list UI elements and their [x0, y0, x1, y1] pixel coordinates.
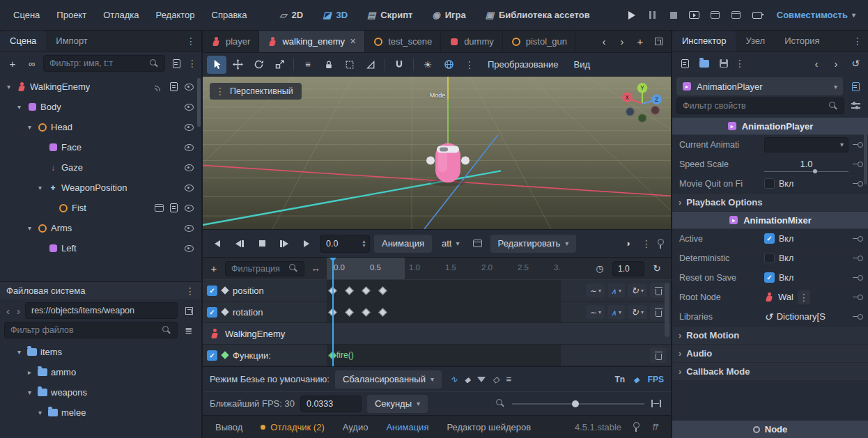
section-animationmixer[interactable]: AnimationMixer [672, 212, 868, 229]
add-node-button[interactable] [4, 55, 21, 72]
selection-list-button[interactable] [298, 56, 318, 74]
tab-import[interactable]: Импорт [46, 31, 97, 51]
loop-wrap-dropdown[interactable]: ▾ [628, 305, 647, 319]
debugger-panel-button[interactable]: Отладчик (2) [261, 422, 324, 432]
animation-length-box[interactable] [612, 261, 644, 276]
file-filter-input[interactable] [10, 325, 158, 335]
snap-step-box[interactable] [300, 396, 362, 412]
snap-unit-dropdown[interactable]: Секунды▾ [367, 395, 428, 413]
scene-tree-menu-icon[interactable] [187, 58, 197, 69]
track-keyframes[interactable] [327, 302, 561, 322]
pin-panel-icon[interactable] [657, 239, 664, 249]
preview-sun-button[interactable] [418, 56, 437, 74]
tree-row-face[interactable]: Face [0, 137, 201, 157]
shader-editor-panel-button[interactable]: Редактор шейдеров [447, 422, 531, 432]
menu-scene[interactable]: Сцена [6, 6, 47, 24]
track-enabled-checkbox[interactable] [207, 286, 217, 296]
folder-row-items[interactable]: items [0, 342, 201, 362]
scene-filter[interactable] [43, 55, 165, 72]
track-list-icon[interactable] [506, 374, 512, 384]
script-icon[interactable] [170, 82, 178, 91]
view-axis-gizmo[interactable]: Y X Z [619, 81, 665, 127]
play-remote-button[interactable] [686, 7, 703, 24]
tab-inspector[interactable]: Инспектор [672, 31, 736, 51]
folder-row-weapons[interactable]: weapons [0, 382, 201, 402]
selected-keys-icon[interactable] [465, 374, 470, 384]
filter-tracks-icon[interactable] [477, 377, 486, 382]
instance-scene-button[interactable] [24, 55, 40, 72]
script-icon[interactable] [170, 203, 178, 212]
group-callback-mode[interactable]: Callback Mode [672, 363, 868, 381]
dock-menu-icon[interactable] [847, 36, 868, 47]
visibility-eye-icon[interactable] [184, 244, 194, 253]
tree-row-body[interactable]: Body [0, 97, 201, 117]
collapse-arrow-icon[interactable] [4, 83, 13, 91]
resource-recycle-icon[interactable] [764, 311, 773, 322]
group-audio[interactable]: Audio [672, 345, 868, 363]
stop-button[interactable] [665, 7, 682, 24]
folder-row-ammo[interactable]: ammo [0, 362, 201, 382]
tree-row-fist[interactable]: Fist [0, 198, 201, 218]
move-tool-button[interactable] [228, 56, 247, 74]
snap-step-input[interactable] [307, 399, 355, 409]
onion-skinning-button[interactable] [619, 235, 636, 252]
animation-length-input[interactable] [618, 264, 639, 274]
dock-menu-icon[interactable] [180, 36, 201, 47]
menu-debug[interactable]: Отладка [95, 6, 146, 24]
deterministic-checkbox[interactable] [764, 253, 775, 263]
menu-help[interactable]: Справка [204, 6, 255, 24]
transition-icon[interactable]: Tn [615, 375, 626, 384]
pause-button[interactable] [644, 7, 661, 24]
group-playback-options[interactable]: Playback Options [672, 194, 868, 212]
workspace-2d[interactable]: 2D [272, 6, 312, 24]
tree-row-head[interactable]: Head [0, 117, 201, 137]
loop-toggle-button[interactable] [649, 260, 665, 277]
scene-tab-test-scene[interactable]: test_scene [365, 31, 441, 52]
scroll-tabs-right-button[interactable] [614, 33, 630, 50]
tab-node[interactable]: Узел [736, 31, 775, 51]
root-node-options-icon[interactable] [798, 290, 810, 304]
projection-selector[interactable]: Перспективный [210, 83, 302, 100]
expand-bottom-panel-icon[interactable] [651, 422, 658, 432]
sort-files-button[interactable] [180, 322, 197, 338]
toggle-split-button[interactable] [180, 302, 197, 319]
collapse-arrow-icon[interactable] [15, 348, 24, 356]
zoom-slider[interactable] [512, 399, 644, 409]
track-header[interactable]: position [203, 280, 327, 301]
track-header[interactable]: Функции: [203, 345, 327, 366]
keyframe-diamond[interactable] [345, 308, 354, 317]
insert-key-icon[interactable] [853, 160, 864, 169]
animation-library-dropdown[interactable]: att▾ [436, 235, 465, 253]
filesystem-menu-icon[interactable] [185, 286, 195, 297]
add-key-icon[interactable] [633, 374, 639, 384]
play-backwards-button[interactable] [231, 235, 249, 252]
update-mode-dropdown[interactable]: ▾ [586, 283, 605, 297]
scene-tab-walking-enemy[interactable]: walking_enemy [259, 31, 365, 52]
select-tool-button[interactable] [207, 56, 226, 74]
slider-handle[interactable] [572, 400, 579, 407]
new-resource-button[interactable] [676, 55, 693, 72]
property-filter-input[interactable] [683, 101, 825, 111]
tab-history[interactable]: История [775, 31, 829, 51]
spinbox-arrows-icon[interactable]: ▲▼ [362, 240, 366, 248]
output-panel-button[interactable]: Вывод [215, 422, 242, 432]
add-track-button[interactable] [206, 260, 222, 277]
bezier-mode-dropdown[interactable]: Сбалансированный▾ [335, 370, 442, 389]
scene-tree-scrollbar[interactable] [197, 78, 201, 127]
play-forwards-button[interactable] [275, 235, 293, 252]
reset-on-save-checkbox[interactable] [764, 272, 775, 283]
tree-row-gaze[interactable]: Gaze [0, 157, 201, 178]
instance-icon[interactable] [155, 204, 164, 212]
play-button[interactable] [623, 7, 640, 24]
movie-quit-checkbox[interactable] [764, 178, 775, 189]
property-filter[interactable] [676, 97, 844, 114]
play-custom-scene-button[interactable] [728, 7, 745, 24]
resource-extra-menu-icon[interactable] [735, 58, 745, 69]
group-node-button[interactable] [340, 56, 359, 74]
rotate-tool-button[interactable] [249, 56, 268, 74]
viewport-menu-icon[interactable] [460, 56, 479, 74]
animation-panel-menu-icon[interactable] [642, 238, 651, 249]
loop-wrap-dropdown[interactable]: ▾ [628, 283, 647, 297]
active-checkbox[interactable] [764, 233, 775, 244]
nav-forward-icon[interactable] [15, 305, 22, 317]
